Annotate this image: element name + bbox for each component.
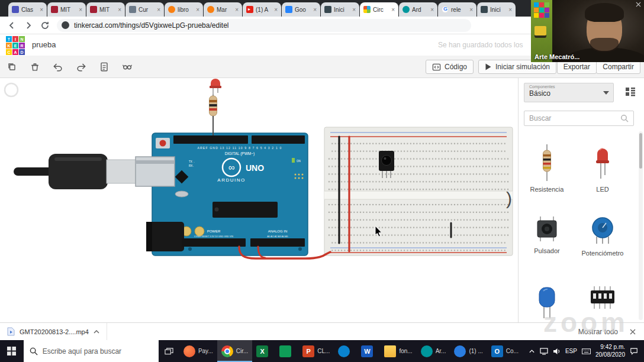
system-tray: ESP 9:42 p.m. 20/08/2020 [523, 344, 644, 358]
taskbar-app-sheets[interactable] [275, 340, 298, 362]
code-button[interactable]: Código [426, 60, 474, 74]
file-icon [7, 327, 15, 336]
resistor[interactable] [210, 95, 217, 135]
notes-icon[interactable] [97, 60, 111, 74]
tab-close-icon[interactable]: × [430, 7, 434, 13]
tab-mit-1[interactable]: MIT × [47, 2, 86, 17]
component-potenciometro[interactable]: Potenciómetro [575, 215, 630, 257]
tab-close-icon[interactable]: × [508, 7, 512, 13]
app-orange-icon [183, 345, 195, 357]
rotate-handle[interactable]: ) [506, 189, 512, 208]
tx-label: TX→ [189, 160, 195, 163]
tab-mar[interactable]: Mar × [204, 2, 242, 17]
keyboard-icon[interactable] [582, 348, 591, 354]
scrollbar-thumb[interactable] [639, 133, 642, 169]
tinkercad-logo[interactable]: T I N K E R C A D [6, 36, 25, 55]
component-resistencia[interactable]: Resistencia [520, 144, 574, 193]
taskbar-app-orange[interactable]: Pay... [179, 340, 217, 362]
back-icon[interactable] [7, 21, 17, 30]
tab-circ-active[interactable]: Circ × [360, 2, 398, 17]
redo-icon[interactable] [74, 60, 88, 74]
address-bar[interactable]: tinkercad.com/things/d5VgixweLpG-prueba/… [57, 19, 471, 32]
tab-goo[interactable]: Goo × [282, 2, 320, 17]
list-view-icon[interactable] [625, 86, 636, 97]
digital-label: DIGITAL (PWM~) [225, 151, 255, 156]
show-all-downloads[interactable]: Mostrar todo [578, 328, 618, 336]
tab-close-icon[interactable]: × [157, 7, 160, 13]
clock[interactable]: 9:42 p.m. 20/08/2020 [595, 344, 625, 358]
arduino-uno[interactable]: AREF GND 13 12 11 10 9 8 7 6 5 4 3 2 1 0… [136, 133, 308, 256]
component-dip-switch[interactable] [575, 285, 630, 315]
display-icon[interactable] [540, 348, 548, 355]
tab-close-icon[interactable]: × [40, 7, 43, 13]
tab-close-icon[interactable]: × [391, 7, 395, 13]
breadboard[interactable] [324, 127, 513, 256]
tab-libro[interactable]: libro × [165, 2, 203, 17]
tab-inici-1[interactable]: Inici × [321, 2, 359, 17]
speaker-icon[interactable] [553, 348, 561, 355]
tab-close-icon[interactable]: × [313, 7, 317, 13]
task-view-icon [165, 347, 173, 355]
led[interactable] [210, 79, 221, 96]
panel-scrollbar[interactable] [639, 131, 643, 320]
taskbar-app-outlook[interactable]: Co... [487, 340, 523, 362]
copy-icon[interactable] [5, 60, 19, 74]
chrome-icon [221, 345, 233, 357]
tab-close-icon[interactable]: × [79, 7, 82, 13]
task-view-button[interactable] [159, 340, 179, 362]
taskbar-app-chrome[interactable]: Cir... [217, 340, 253, 362]
webcam-close-icon[interactable] [636, 2, 641, 7]
language-indicator[interactable]: ESP [565, 348, 577, 354]
tab-inici-2[interactable]: Inici × [477, 2, 516, 17]
tab-close-icon[interactable]: × [469, 7, 473, 13]
tab-close-icon[interactable]: × [118, 7, 121, 13]
tab-mit-2[interactable]: MIT × [86, 2, 125, 17]
delete-icon[interactable] [28, 60, 42, 74]
undo-icon[interactable] [51, 60, 65, 74]
tab-clas[interactable]: Clas × [8, 2, 47, 17]
downloaded-file[interactable]: GMT20200813-2....mp4 [0, 323, 107, 340]
reload-icon[interactable] [40, 21, 50, 30]
tab-close-icon[interactable]: × [235, 7, 239, 13]
tab-rele[interactable]: rele × [438, 2, 476, 17]
visibility-icon[interactable] [120, 60, 134, 74]
taskbar-search-input[interactable] [43, 347, 153, 355]
component-capacitor[interactable] [520, 285, 574, 322]
component-search[interactable] [524, 111, 634, 126]
tab-ard[interactable]: Ard × [399, 2, 437, 17]
taskbar-app-word[interactable] [357, 340, 380, 362]
component-led[interactable]: LED [575, 144, 630, 193]
save-status: Se han guardado todos los [438, 41, 528, 49]
taskbar-search[interactable] [24, 340, 159, 362]
taskbar-app-excel[interactable] [252, 340, 275, 362]
taskbar-app-folder[interactable]: fon... [380, 340, 416, 362]
chevron-up-icon[interactable] [94, 330, 99, 334]
design-title[interactable]: prueba [32, 40, 56, 49]
tray-expand-icon[interactable] [529, 348, 535, 354]
nav-gizmo[interactable] [5, 83, 18, 96]
tab-cur[interactable]: Cur × [125, 2, 164, 17]
powerpoint-icon [302, 345, 314, 357]
start-button[interactable] [0, 340, 24, 362]
webcam-overlay[interactable]: Arte Mecatró... [531, 0, 644, 62]
on-label: ON [297, 160, 301, 163]
circuit-canvas[interactable]: AREF GND 13 12 11 10 9 8 7 6 5 4 3 2 1 0… [0, 78, 518, 322]
forward-icon[interactable] [24, 21, 33, 30]
site-info-icon[interactable] [62, 21, 69, 29]
tab-close-icon[interactable]: × [274, 7, 278, 13]
component-pulsador[interactable]: Pulsador [520, 215, 574, 254]
reset-button[interactable] [160, 140, 166, 147]
search-input[interactable] [529, 114, 617, 122]
taskbar-app-skype[interactable] [334, 340, 357, 362]
components-category-select[interactable]: Componentes Básico [524, 83, 614, 102]
tab-close-icon[interactable]: × [196, 7, 199, 13]
close-downloads-icon[interactable] [630, 329, 636, 335]
notification-center-icon[interactable] [630, 347, 638, 355]
poster-logo [534, 2, 549, 18]
taskbar-app-arduino[interactable]: Ar... [417, 340, 450, 362]
taskbar-app-chrome-2[interactable]: (1) ... [450, 340, 487, 362]
power-label: POWER [207, 230, 221, 233]
tab-youtube[interactable]: (1) A × [243, 2, 281, 17]
tab-close-icon[interactable]: × [352, 7, 356, 13]
taskbar-app-powerpoint[interactable]: CL... [298, 340, 334, 362]
